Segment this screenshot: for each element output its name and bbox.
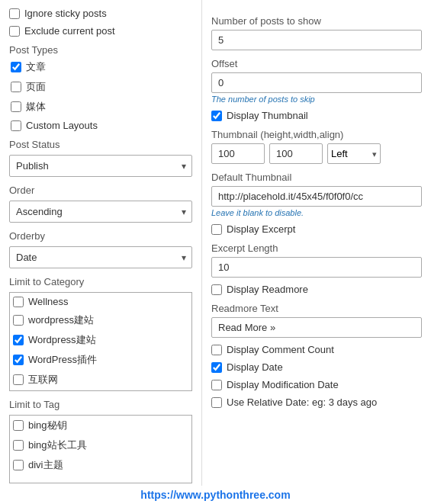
watermark: https://www.pythonthree.com (0, 486, 431, 504)
default-thumbnail-input[interactable] (211, 186, 422, 207)
offset-input[interactable] (211, 72, 422, 93)
display-date-checkbox[interactable] (211, 362, 222, 373)
use-relative-label: Use Relative Date: eg: 3 days ago (227, 396, 377, 408)
tag-divi-checkbox[interactable] (13, 460, 24, 470)
tag-bing2-label: bing站长工具 (28, 438, 87, 452)
num-posts-input[interactable] (211, 30, 422, 50)
display-excerpt-label: Display Excerpt (227, 223, 295, 235)
cat-plugin-checkbox[interactable] (13, 355, 24, 365)
thumbnail-width-input[interactable] (269, 143, 323, 164)
readmore-text-label: Readmore Text (211, 303, 422, 314)
display-readmore-row: Display Readmore (211, 284, 422, 295)
display-comment-row: Display Comment Count (211, 344, 422, 355)
order-label: Order (9, 185, 192, 196)
display-date-row: Display Date (211, 361, 422, 373)
post-status-label: Post Status (9, 139, 192, 150)
post-status-select-wrapper: Publish Draft Private (9, 155, 192, 177)
post-type-row: 文章 (11, 60, 192, 74)
tag-item: bing秘钥 (13, 419, 188, 432)
display-modification-row: Display Modification Date (211, 379, 422, 390)
exclude-current-checkbox[interactable] (9, 26, 20, 37)
display-comment-label: Display Comment Count (227, 344, 334, 355)
exclude-current-label: Exclude current post (24, 25, 115, 37)
post-type-custom-checkbox[interactable] (11, 120, 21, 131)
post-type-row: 页面 (11, 80, 192, 94)
ignore-sticky-row: Ignore sticky posts (9, 8, 192, 19)
display-thumbnail-label: Display Thumbnail (227, 110, 308, 121)
post-type-media-label: 媒体 (26, 100, 46, 114)
thumbnail-size-label: Thumbnail (height,width,align) (211, 129, 422, 140)
tag-bing1-checkbox[interactable] (13, 420, 24, 431)
post-types-group: 文章 页面 媒体 Custom Layouts (11, 60, 192, 131)
tag-list[interactable]: bing秘钥 bing站长工具 divi主题 (10, 416, 191, 483)
tag-bing2-checkbox[interactable] (13, 440, 24, 451)
orderby-label: Orderby (9, 230, 192, 242)
tag-item: bing站长工具 (13, 438, 188, 452)
display-date-label: Display Date (227, 361, 283, 373)
category-item: Wordpress建站 (13, 333, 188, 347)
cat-internet-checkbox[interactable] (13, 374, 24, 385)
post-status-select[interactable]: Publish Draft Private (9, 155, 192, 177)
category-item: WordPress插件 (13, 353, 188, 367)
cat-wp2-label: Wordpress建站 (28, 333, 96, 347)
orderby-select[interactable]: Date Title Author Rand (9, 246, 192, 268)
post-type-article-label: 文章 (26, 60, 46, 74)
category-list-container: Wellness wordpress建站 Wordpress建站 WordPre… (9, 292, 192, 391)
offset-label: Offset (211, 58, 422, 69)
readmore-text-input[interactable] (211, 317, 422, 338)
post-type-row: 媒体 (11, 100, 192, 114)
display-comment-checkbox[interactable] (211, 345, 222, 355)
category-item: Wellness (13, 296, 188, 307)
display-excerpt-checkbox[interactable] (211, 224, 222, 235)
offset-hint: The number of posts to skip (211, 95, 422, 104)
post-type-page-label: 页面 (26, 80, 46, 94)
tag-list-container: bing秘钥 bing站长工具 divi主题 (9, 415, 192, 483)
order-select[interactable]: Ascending Descending (9, 201, 192, 223)
post-type-article-checkbox[interactable] (11, 62, 21, 72)
orderby-select-wrapper: Date Title Author Rand (9, 246, 192, 268)
thumbnail-align-select[interactable]: Left Center Right (327, 143, 381, 164)
order-select-wrapper: Ascending Descending (9, 201, 192, 223)
cat-internet-label: 互联网 (28, 373, 58, 387)
category-item: wordpress建站 (13, 313, 188, 327)
excerpt-length-label: Excerpt Length (211, 242, 422, 254)
display-readmore-checkbox[interactable] (211, 284, 222, 295)
limit-category-label: Limit to Category (9, 276, 192, 287)
use-relative-checkbox[interactable] (211, 397, 222, 408)
left-panel: Ignore sticky posts Exclude current post… (0, 0, 202, 491)
default-thumbnail-label: Default Thumbnail (211, 172, 422, 183)
ignore-sticky-label: Ignore sticky posts (24, 8, 107, 19)
cat-wp1-label: wordpress建站 (28, 313, 94, 327)
post-type-page-checkbox[interactable] (11, 82, 21, 92)
cat-plugin-label: WordPress插件 (28, 353, 97, 367)
post-type-row: Custom Layouts (11, 120, 192, 131)
tag-divi-label: divi主题 (28, 458, 63, 472)
cat-wellness-label: Wellness (28, 296, 69, 307)
post-type-custom-label: Custom Layouts (26, 120, 98, 131)
category-item: 互联网 (13, 373, 188, 387)
num-posts-label: Number of posts to show (211, 15, 422, 27)
thumbnail-height-input[interactable] (211, 143, 265, 164)
tag-item: divi主题 (13, 458, 188, 472)
display-modification-checkbox[interactable] (211, 380, 222, 390)
use-relative-row: Use Relative Date: eg: 3 days ago (211, 396, 422, 408)
thumbnail-align-wrapper: Left Center Right (327, 143, 381, 164)
exclude-current-row: Exclude current post (9, 25, 192, 37)
display-thumbnail-checkbox[interactable] (211, 111, 222, 121)
thumbnail-size-row: Left Center Right (211, 143, 422, 164)
display-thumbnail-row: Display Thumbnail (211, 110, 422, 121)
right-panel: Number of posts to show Offset The numbe… (202, 0, 431, 491)
limit-tag-label: Limit to Tag (9, 399, 192, 410)
post-types-label: Post Types (9, 44, 192, 56)
category-list[interactable]: Wellness wordpress建站 Wordpress建站 WordPre… (10, 293, 191, 390)
tag-bing1-label: bing秘钥 (28, 419, 67, 432)
post-type-media-checkbox[interactable] (11, 101, 21, 112)
cat-wp1-checkbox[interactable] (13, 315, 24, 326)
display-readmore-label: Display Readmore (227, 284, 308, 295)
ignore-sticky-checkbox[interactable] (9, 8, 20, 19)
display-excerpt-row: Display Excerpt (211, 223, 422, 235)
default-thumbnail-hint: Leave it blank to disable. (211, 208, 422, 217)
cat-wellness-checkbox[interactable] (13, 297, 24, 307)
cat-wp2-checkbox[interactable] (13, 335, 24, 345)
excerpt-length-input[interactable] (211, 257, 422, 278)
